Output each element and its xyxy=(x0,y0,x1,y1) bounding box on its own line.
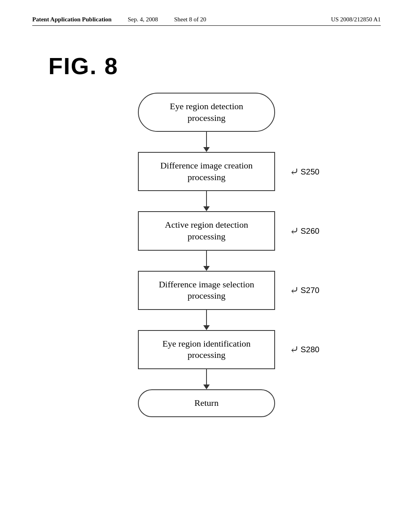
arrow-line-4 xyxy=(206,310,207,325)
box-eye-region-identification: Eye region identification processing ⤶ S… xyxy=(138,330,275,369)
arrow-3 xyxy=(203,251,210,271)
rect-difference-selection: Difference image selection processing xyxy=(138,271,275,310)
arrow-head-3 xyxy=(203,266,210,271)
patent-label: US 2008/212850 A1 xyxy=(331,16,381,23)
arrow-line-3 xyxy=(206,251,207,266)
arrow-line-5 xyxy=(206,369,207,384)
box-eye-region-detection: Eye region detection processing xyxy=(138,93,275,132)
step-s260: ⤶ S260 xyxy=(290,224,319,237)
page-header: Patent Application Publication Sep. 4, 2… xyxy=(32,16,381,26)
figure-title: FIG. 8 xyxy=(48,52,118,79)
rect-eye-identification: Eye region identification processing xyxy=(138,330,275,369)
arrow-head-5 xyxy=(203,384,210,389)
box-difference-image-creation: Difference image creation processing ⤶ S… xyxy=(138,152,275,191)
arrow-5 xyxy=(203,369,210,389)
rect-active-region: Active region detection processing xyxy=(138,211,275,250)
date-label: Sep. 4, 2008 xyxy=(128,16,158,23)
arrow-1 xyxy=(203,132,210,152)
arrow-2 xyxy=(203,191,210,211)
step-s280: ⤶ S280 xyxy=(290,343,319,356)
arrow-4 xyxy=(203,310,210,330)
flowchart: Eye region detection processing Differen… xyxy=(65,93,348,417)
box-active-region-detection: Active region detection processing ⤶ S26… xyxy=(138,211,275,250)
step-s250: ⤶ S250 xyxy=(290,165,319,178)
arrow-head-2 xyxy=(203,206,210,211)
arrow-line-2 xyxy=(206,191,207,206)
step-s270: ⤶ S270 xyxy=(290,284,319,297)
sheet-label: Sheet 8 of 20 xyxy=(174,16,206,23)
stadium-eye-region: Eye region detection processing xyxy=(138,93,275,132)
arrow-head-1 xyxy=(203,147,210,152)
stadium-return: Return xyxy=(138,389,275,417)
box-difference-image-selection: Difference image selection processing ⤶ … xyxy=(138,271,275,310)
arrow-line-1 xyxy=(206,132,207,147)
publication-label: Patent Application Publication xyxy=(32,16,112,23)
arrow-head-4 xyxy=(203,325,210,330)
box-return: Return xyxy=(138,389,275,417)
rect-difference-image: Difference image creation processing xyxy=(138,152,275,191)
